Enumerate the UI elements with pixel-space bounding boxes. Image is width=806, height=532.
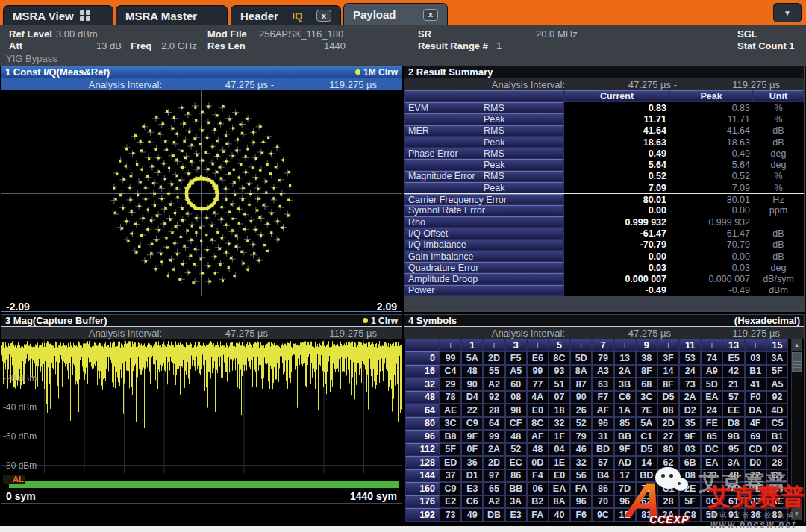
symbol-hex-cell[interactable]: 8F	[636, 365, 657, 378]
symbol-hex-cell[interactable]: 21	[722, 378, 744, 391]
symbol-hex-cell[interactable]: C5	[766, 417, 788, 431]
symbol-hex-cell[interactable]: C9	[461, 417, 483, 431]
symbol-hex-cell[interactable]: 74	[701, 351, 722, 365]
symbol-hex-cell[interactable]: D4	[461, 391, 483, 404]
result-summary-panel[interactable]: 2 Result Summary Analysis Interval: 47.2…	[404, 66, 805, 312]
symbol-hex-cell[interactable]: EA	[549, 482, 570, 495]
symbol-hex-cell[interactable]: 29	[440, 378, 461, 391]
tab-payload-close-icon[interactable]: x	[423, 9, 438, 21]
symbol-hex-cell[interactable]: 86	[505, 469, 527, 483]
symbol-hex-cell[interactable]: 08	[505, 391, 527, 404]
symbol-hex-cell[interactable]: 48	[461, 365, 483, 378]
ref-level-value[interactable]: 3.00 dBm	[56, 28, 98, 40]
symbol-hex-cell[interactable]: 36	[461, 456, 483, 469]
symbol-hex-cell[interactable]: 5D	[701, 378, 722, 391]
symbol-hex-cell[interactable]: EC	[505, 456, 527, 469]
symbol-hex-cell[interactable]: 63	[592, 378, 613, 391]
symbol-hex-cell[interactable]: 79	[570, 430, 592, 443]
symbol-hex-cell[interactable]: 06	[527, 482, 549, 495]
symbol-hex-cell[interactable]: B4	[592, 469, 613, 483]
symbol-hex-cell[interactable]: 8C	[527, 417, 549, 431]
symbol-hex-cell[interactable]: 78	[440, 391, 461, 404]
tab-payload[interactable]: Payload x	[343, 3, 448, 25]
symbol-hex-cell[interactable]: 9C	[592, 508, 613, 522]
symbol-hex-cell[interactable]: 27	[657, 430, 679, 443]
symbol-hex-cell[interactable]: 8F	[657, 378, 679, 391]
symbol-hex-cell[interactable]: DA	[745, 404, 766, 417]
symbol-hex-cell[interactable]: 08	[657, 404, 679, 417]
symbol-hex-cell[interactable]: B2	[527, 495, 549, 509]
symbol-hex-cell[interactable]: 85	[614, 417, 636, 431]
symbol-hex-cell[interactable]: 92	[766, 391, 788, 404]
symbol-hex-cell[interactable]: 90	[570, 391, 592, 404]
symbol-hex-cell[interactable]: 24	[701, 404, 722, 417]
symbol-hex-cell[interactable]: 3C	[636, 391, 657, 404]
symbol-hex-cell[interactable]: E6	[527, 351, 549, 365]
symbol-hex-cell[interactable]: B1	[766, 430, 788, 443]
symbol-hex-cell[interactable]: 60	[505, 378, 527, 391]
symbol-hex-cell[interactable]: 9F	[679, 430, 701, 443]
symbol-hex-cell[interactable]: 4F	[745, 417, 766, 431]
grid-layout-icon[interactable]	[80, 10, 90, 21]
symbol-hex-cell[interactable]: D1	[461, 469, 483, 483]
symbol-hex-cell[interactable]: 96	[592, 417, 613, 431]
symbol-hex-cell[interactable]: E3	[505, 508, 527, 522]
symbol-hex-cell[interactable]: 56	[570, 469, 592, 483]
symbol-hex-cell[interactable]: E3	[461, 482, 483, 495]
freq-value[interactable]: 2.0 GHz	[161, 40, 197, 51]
symbol-hex-cell[interactable]: AF	[527, 430, 549, 443]
symbol-hex-cell[interactable]: FE	[701, 417, 722, 431]
symbol-hex-cell[interactable]: 5A	[636, 417, 657, 431]
symbol-hex-cell[interactable]: 07	[549, 391, 570, 404]
symbol-hex-cell[interactable]: A3	[592, 365, 613, 378]
symbol-hex-cell[interactable]: 77	[527, 378, 549, 391]
symbol-hex-cell[interactable]: 69	[745, 430, 766, 443]
symbol-hex-cell[interactable]: 35	[679, 417, 701, 431]
sr-value[interactable]: 20.0 MHz	[536, 28, 578, 40]
symbol-hex-cell[interactable]: D5	[657, 391, 679, 404]
symbol-hex-cell[interactable]: 24	[679, 365, 701, 378]
symbol-hex-cell[interactable]: 3A	[766, 351, 788, 365]
symbol-hex-cell[interactable]: 57	[722, 391, 744, 404]
att-value[interactable]: 13 dB	[56, 40, 122, 51]
symbol-hex-cell[interactable]: 5F	[766, 365, 788, 378]
symbol-hex-cell[interactable]: 90	[461, 378, 483, 391]
symbol-hex-cell[interactable]: 1A	[614, 404, 636, 417]
symbol-hex-cell[interactable]: 14	[657, 365, 679, 378]
symbol-hex-cell[interactable]: B1	[745, 365, 766, 378]
mag-plot[interactable]: -20 dBm-40 dBm-60 dBm-80 dBm ←AL	[1, 339, 402, 489]
scroll-up-icon[interactable]: ▲	[792, 339, 802, 351]
symbol-hex-cell[interactable]: 31	[592, 430, 613, 443]
symbol-hex-cell[interactable]: 04	[549, 443, 570, 457]
symbol-hex-cell[interactable]: 7E	[636, 404, 657, 417]
symbol-hex-cell[interactable]: AE	[440, 404, 461, 417]
symbol-hex-cell[interactable]: A5	[505, 365, 527, 378]
symbol-hex-cell[interactable]: 98	[505, 404, 527, 417]
symbol-hex-cell[interactable]: F7	[592, 391, 613, 404]
symbol-hex-cell[interactable]: 18	[549, 404, 570, 417]
symbol-hex-cell[interactable]: 1E	[549, 456, 570, 469]
symbol-hex-cell[interactable]: E2	[440, 495, 461, 509]
symbol-hex-cell[interactable]: 5A	[461, 351, 483, 365]
symbol-hex-cell[interactable]: 2D	[657, 417, 679, 431]
symbol-hex-cell[interactable]: 26	[570, 404, 592, 417]
symbol-hex-cell[interactable]: 57	[592, 456, 613, 469]
symbol-hex-cell[interactable]: A9	[701, 365, 722, 378]
symbol-hex-cell[interactable]: 28	[483, 404, 504, 417]
symbol-hex-cell[interactable]: BD	[592, 443, 613, 457]
symbol-hex-cell[interactable]: C6	[614, 391, 636, 404]
symbol-hex-cell[interactable]: 9F	[461, 430, 483, 443]
symbol-hex-cell[interactable]: 80	[657, 443, 679, 457]
symbol-hex-cell[interactable]: 93	[549, 365, 570, 378]
symbol-hex-cell[interactable]: 2D	[483, 456, 504, 469]
symbol-hex-cell[interactable]: FA	[527, 508, 549, 522]
symbol-hex-cell[interactable]: 2A	[614, 365, 636, 378]
symbol-hex-cell[interactable]: CF	[505, 417, 527, 431]
symbol-hex-cell[interactable]: D5	[636, 443, 657, 457]
symbol-hex-cell[interactable]: 4D	[766, 404, 788, 417]
symbol-hex-cell[interactable]: E5	[722, 351, 744, 365]
symbol-hex-cell[interactable]: 68	[636, 378, 657, 391]
symbol-hex-cell[interactable]: D2	[679, 404, 701, 417]
scrollbar-thumb[interactable]	[792, 352, 802, 372]
symbol-hex-cell[interactable]: C1	[636, 430, 657, 443]
